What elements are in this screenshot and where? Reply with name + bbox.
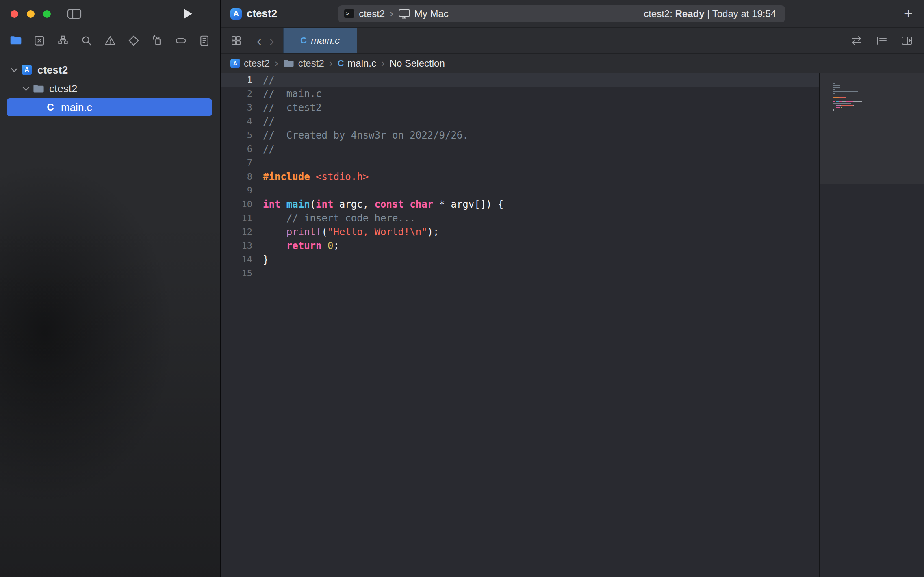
line-number: 7 [221, 156, 252, 170]
issue-navigator-icon[interactable] [102, 32, 119, 49]
editor-options [850, 28, 924, 53]
code-line[interactable]: 9 [221, 184, 819, 197]
xcode-project-icon: A [230, 8, 242, 20]
code-line[interactable]: 15 [221, 267, 819, 280]
code-line[interactable]: 1// [221, 73, 819, 87]
chevron-separator-icon: › [329, 57, 333, 69]
library-plus-button[interactable]: + [902, 7, 914, 21]
line-number: 3 [221, 101, 252, 115]
jump-bar: A ctest2 › ctest2 › C main.c › No Select… [221, 54, 924, 73]
scheme-status-bar[interactable]: >_ ctest2 › My Mac ctest2: Ready | [338, 5, 785, 22]
chevron-separator-icon: › [381, 57, 385, 69]
folder-icon [283, 59, 295, 68]
editor-tab-bar: ‹ › C main.c [221, 28, 924, 54]
line-number: 6 [221, 142, 252, 156]
line-number: 15 [221, 267, 252, 280]
disclosure-chevron-icon[interactable] [8, 67, 20, 72]
scheme-target-label: ctest2 [359, 8, 385, 20]
minimize-button[interactable] [27, 10, 35, 18]
line-number: 8 [221, 170, 252, 184]
code-line[interactable]: 11 // insert code here... [221, 211, 819, 225]
disclosure-chevron-icon[interactable] [20, 86, 32, 91]
debug-navigator-icon[interactable] [149, 32, 166, 49]
line-number: 2 [221, 87, 252, 101]
tree-label: ctest2 [49, 82, 77, 95]
mac-display-icon [398, 9, 410, 19]
c-file-icon: C [44, 102, 57, 113]
navigator-sidebar: A ctest2 ctest2 C [0, 0, 221, 577]
code-review-swap-icon[interactable] [850, 34, 863, 47]
run-button[interactable] [183, 8, 193, 20]
code-line[interactable]: 3// ctest2 [221, 101, 819, 115]
minimap-lines [833, 83, 862, 113]
code-line[interactable]: 14} [221, 253, 819, 267]
tree-row-file-main-c[interactable]: C main.c [7, 98, 212, 116]
related-items-grid-icon[interactable] [230, 34, 243, 47]
breadcrumb-selection[interactable]: No Selection [390, 58, 445, 69]
code-line[interactable]: 5// Created by 4nsw3r on 2022/9/26. [221, 128, 819, 142]
code-lines[interactable]: 1//2// main.c3// ctest24//5// Created by… [221, 73, 819, 577]
test-navigator-icon[interactable] [125, 32, 142, 49]
minimap[interactable] [819, 73, 924, 577]
line-number: 10 [221, 197, 252, 211]
code-line[interactable]: 12 printf("Hello, World!\n"); [221, 225, 819, 239]
editor-tab-main-c[interactable]: C main.c [283, 28, 357, 53]
scheme-destination-label: My Mac [414, 8, 449, 20]
code-line[interactable]: 6// [221, 142, 819, 156]
source-editor: 1//2// main.c3// ctest24//5// Created by… [221, 73, 924, 577]
folder-icon [32, 84, 45, 93]
code-line[interactable]: 8#include <stdio.h> [221, 170, 819, 184]
report-navigator-icon[interactable] [196, 32, 213, 49]
breadcrumb-project[interactable]: A ctest2 [230, 58, 270, 69]
file-tree: A ctest2 ctest2 C [0, 61, 220, 117]
tree-row-project-ctest2[interactable]: A ctest2 [7, 61, 212, 79]
navigator-tab-bar [0, 28, 220, 54]
sidebar-toolbar [0, 0, 220, 28]
add-editor-split-icon[interactable] [900, 34, 913, 47]
breadcrumb-group[interactable]: ctest2 [283, 58, 324, 69]
c-file-icon: C [300, 35, 307, 46]
xcode-project-icon: A [230, 59, 240, 68]
tab-bar-controls: ‹ › [221, 28, 275, 53]
find-navigator-icon[interactable] [78, 32, 95, 49]
zoom-button[interactable] [43, 10, 51, 18]
editor-area: A ctest2 >_ ctest2 › My Mac [221, 0, 924, 577]
tree-label: main.c [61, 101, 92, 114]
symbol-navigator-icon[interactable] [54, 32, 72, 49]
activity-status[interactable]: ctest2: Ready | Today at 19:54 [644, 8, 779, 20]
source-control-navigator-icon[interactable] [31, 32, 48, 49]
tree-row-group-ctest2[interactable]: ctest2 [7, 80, 212, 98]
code-line[interactable]: 4// [221, 115, 819, 128]
forward-button[interactable]: › [269, 34, 275, 48]
close-button[interactable] [11, 10, 18, 18]
tab-label: main.c [311, 35, 340, 46]
xcode-window: A ctest2 ctest2 C [0, 0, 924, 577]
code-line[interactable]: 13 return 0; [221, 239, 819, 253]
sidebar-toggle-icon[interactable] [67, 8, 82, 20]
window-toolbar: A ctest2 >_ ctest2 › My Mac [221, 0, 924, 28]
divider [249, 35, 249, 46]
project-navigator-icon[interactable] [7, 32, 24, 49]
line-number: 1 [221, 73, 252, 87]
project-title-label: ctest2 [247, 7, 277, 20]
code-line[interactable]: 2// main.c [221, 87, 819, 101]
code-line[interactable]: 7 [221, 156, 819, 170]
line-number: 5 [221, 128, 252, 142]
window-project-title: A ctest2 [230, 7, 277, 20]
line-number: 4 [221, 115, 252, 128]
adjust-editor-options-icon[interactable] [875, 34, 888, 47]
breadcrumb-file[interactable]: C main.c [337, 58, 376, 69]
tree-label: ctest2 [37, 64, 68, 76]
line-number: 13 [221, 239, 252, 253]
chevron-separator-icon: › [390, 7, 393, 20]
terminal-icon: >_ [344, 9, 355, 18]
code-line[interactable]: 10int main(int argc, const char * argv[]… [221, 197, 819, 211]
breakpoint-navigator-icon[interactable] [172, 32, 189, 49]
line-number: 12 [221, 225, 252, 239]
line-number: 11 [221, 211, 252, 225]
line-number: 14 [221, 253, 252, 267]
back-button[interactable]: ‹ [256, 34, 262, 48]
line-number: 9 [221, 184, 252, 197]
scheme-selector[interactable]: >_ ctest2 › My Mac [344, 7, 449, 20]
traffic-lights [11, 10, 51, 18]
